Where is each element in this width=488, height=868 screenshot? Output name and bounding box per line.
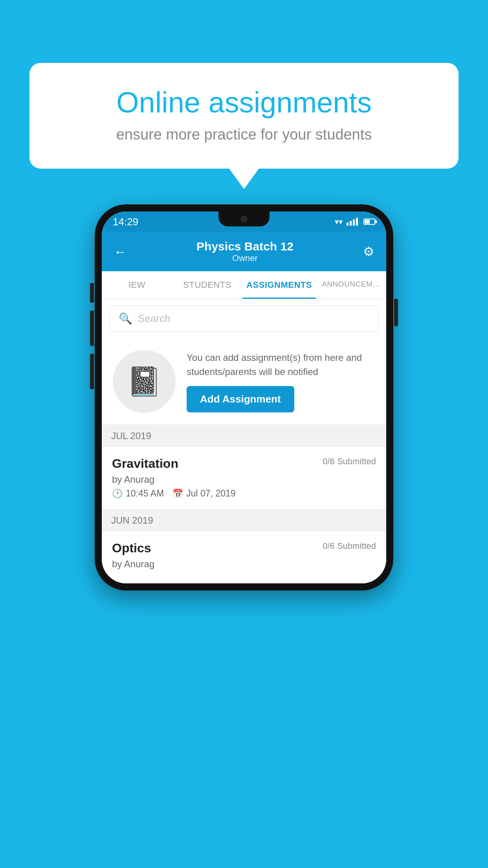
power-button	[394, 299, 398, 326]
search-bar-container: 🔍 Search	[102, 299, 386, 338]
volume-down-button	[90, 354, 94, 389]
camera-dot	[240, 215, 248, 223]
notch	[218, 211, 270, 226]
promo-description: You can add assignment(s) from here and …	[187, 351, 375, 379]
assignment-by-optics: by Anurag	[112, 559, 376, 570]
assignment-date-gravitation: Jul 07, 2019	[186, 488, 235, 499]
clock-icon: 🕐	[112, 489, 123, 499]
phone-outer: 14:29 ▾▾	[95, 204, 393, 590]
assignment-time-gravitation: 10:45 AM	[126, 488, 164, 499]
assignment-submitted-optics: 0/6 Submitted	[323, 541, 376, 551]
back-button[interactable]: ←	[114, 244, 127, 259]
phone-wrapper: 14:29 ▾▾	[95, 204, 393, 590]
assignment-submitted-gravitation: 0/6 Submitted	[323, 456, 376, 467]
meta-date-gravitation: 📅 Jul 07, 2019	[172, 488, 235, 499]
header-batch-title: Physics Batch 12	[196, 240, 294, 253]
assignment-top-gravitation: Gravitation 0/6 Submitted	[112, 456, 376, 471]
status-time: 14:29	[113, 216, 138, 228]
speech-bubble: Online assignments ensure more practice …	[29, 63, 459, 169]
assignment-name-optics: Optics	[112, 541, 151, 555]
promo-icon-circle: 📓	[113, 350, 176, 413]
assignment-item-optics[interactable]: Optics 0/6 Submitted by Anurag	[102, 531, 386, 583]
meta-time-gravitation: 🕐 10:45 AM	[112, 488, 164, 499]
month-separator-jul: JUL 2019	[102, 425, 386, 447]
tabs-bar: IEW STUDENTS ASSIGNMENTS ANNOUNCEM…	[102, 271, 386, 299]
tab-students[interactable]: STUDENTS	[172, 271, 242, 299]
tab-iew[interactable]: IEW	[102, 271, 172, 299]
signal-bar-2	[350, 221, 352, 226]
signal-bar-4	[356, 218, 358, 226]
promo-text-area: You can add assignment(s) from here and …	[187, 351, 375, 412]
status-icons: ▾▾	[335, 217, 375, 226]
volume-silent-button	[90, 283, 94, 303]
calendar-icon: 📅	[172, 489, 183, 499]
volume-up-button	[90, 311, 94, 346]
tab-assignments[interactable]: ASSIGNMENTS	[242, 271, 316, 299]
speech-bubble-title: Online assignments	[57, 86, 431, 118]
month-separator-jun: JUN 2019	[102, 509, 386, 531]
header-title-area: Physics Batch 12 Owner	[196, 240, 294, 263]
search-icon: 🔍	[119, 312, 132, 325]
assignment-item-gravitation[interactable]: Gravitation 0/6 Submitted by Anurag 🕐 10…	[102, 447, 386, 509]
search-bar[interactable]: 🔍 Search	[110, 305, 378, 332]
signal-icon	[347, 218, 358, 226]
assignment-meta-gravitation: 🕐 10:45 AM 📅 Jul 07, 2019	[112, 488, 376, 499]
signal-bar-3	[353, 219, 355, 226]
battery-fill	[365, 220, 370, 224]
speech-bubble-subtitle: ensure more practice for your students	[57, 126, 431, 143]
battery-icon	[363, 219, 375, 225]
settings-button[interactable]: ⚙	[363, 244, 374, 259]
notebook-icon: 📓	[127, 365, 162, 398]
add-assignment-button[interactable]: Add Assignment	[187, 386, 294, 412]
signal-bar-1	[347, 223, 349, 226]
wifi-icon: ▾▾	[335, 217, 343, 226]
assignment-by-gravitation: by Anurag	[112, 474, 376, 485]
speech-bubble-container: Online assignments ensure more practice …	[29, 63, 459, 169]
tab-announcements[interactable]: ANNOUNCEM…	[316, 271, 386, 299]
header-role-subtitle: Owner	[196, 253, 294, 263]
promo-section: 📓 You can add assignment(s) from here an…	[102, 338, 386, 425]
assignment-name-gravitation: Gravitation	[112, 456, 178, 471]
phone-screen: 14:29 ▾▾	[102, 211, 386, 583]
app-header: ← Physics Batch 12 Owner ⚙	[102, 232, 386, 271]
assignment-top-optics: Optics 0/6 Submitted	[112, 541, 376, 555]
search-placeholder-text: Search	[138, 313, 170, 325]
